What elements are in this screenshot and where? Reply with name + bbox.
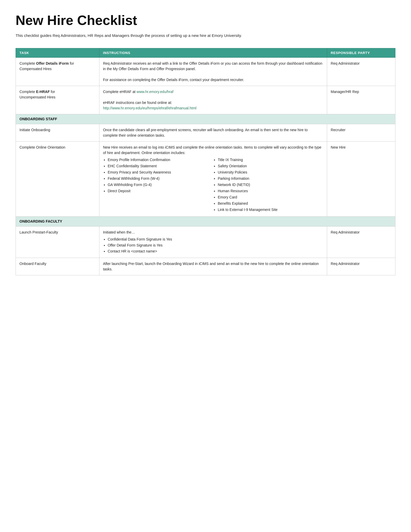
- table-row: Complete Online Orientation New Hire rec…: [16, 141, 395, 216]
- list-item: Parking Information: [218, 176, 323, 181]
- instructions-cell-ehraf: Complete eHRAF at www.hr.emory.edu/hraf …: [99, 86, 327, 114]
- table-row: Launch Prestart-Faculty Initiated when t…: [16, 226, 395, 258]
- responsible-cell-prestart: Req Administrator: [327, 226, 395, 258]
- responsible-cell-onboard-faculty: Req Administrator: [327, 258, 395, 275]
- task-cell: Complete Offer Details iForm forCompensa…: [16, 57, 99, 86]
- list-item: Confidential Data Form Signature is Yes: [108, 237, 323, 242]
- instructions-cell-orientation: New Hire receives an email to log into i…: [99, 141, 327, 216]
- section-row-onboarding-staff: ONBOARDING STAFF: [16, 114, 395, 124]
- responsible-cell: Req Administrator: [327, 57, 395, 86]
- list-item: Human Resources: [218, 188, 323, 194]
- orientation-bullets-left: Emory Profile Information Confirmation E…: [103, 157, 213, 213]
- section-row-onboarding-faculty: ONBOARDING FACULTY: [16, 216, 395, 226]
- list-item: Emory Profile Information Confirmation: [108, 157, 213, 163]
- instructions-cell: Req Administrator receives an email with…: [99, 57, 327, 86]
- ehraf-link1[interactable]: www.hr.emory.edu/hraf: [137, 90, 173, 94]
- header-instructions: INSTRUCTIONS: [99, 48, 327, 57]
- ehraf-line1: Complete eHRAF at www.hr.emory.edu/hraf: [103, 89, 323, 95]
- task-cell-initiate: Initiate Onboarding: [16, 124, 99, 141]
- task-cell-prestart: Launch Prestart-Faculty: [16, 226, 99, 258]
- list-item: Contact HR is <contact name>: [108, 249, 323, 254]
- list-item: Safety Orientation: [218, 163, 323, 169]
- responsible-cell-orientation: New Hire: [327, 141, 395, 216]
- list-item: Link to External I-9 Management Site: [218, 207, 323, 212]
- responsible-cell-initiate: Recruiter: [327, 124, 395, 141]
- list-item: GA Withholding Form (G-4): [108, 182, 213, 188]
- orientation-bullets-right: Title IX Training Safety Orientation Uni…: [213, 157, 323, 213]
- header-responsible: RESPONSIBLE PARTY: [327, 48, 395, 57]
- responsible-cell-ehraf: Manager/HR Rep: [327, 86, 395, 114]
- list-item: Emory Privacy and Security Awareness: [108, 170, 213, 175]
- list-item: Federal Withholding Form (W-4): [108, 176, 213, 181]
- list-item: Emory Card: [218, 195, 323, 200]
- instruction-para-2: For assistance on completing the Offer D…: [103, 77, 323, 83]
- task-cell-onboard-faculty: Onboard Faculty: [16, 258, 99, 275]
- list-item: Offer Detail Form Signature is Yes: [108, 243, 323, 248]
- list-item: EHC Confidentiality Statement: [108, 163, 213, 169]
- instructions-cell-initiate: Once the candidate clears all pre-employ…: [99, 124, 327, 141]
- orientation-intro: New Hire receives an email to log into i…: [103, 145, 323, 156]
- faculty-launch-bullets: Confidential Data Form Signature is Yes …: [103, 237, 323, 254]
- list-item: University Policies: [218, 170, 323, 175]
- list-item: Title IX Training: [218, 157, 323, 163]
- task-bold-ehraf: E-HRAF: [36, 90, 50, 94]
- instructions-cell-onboard-faculty: After launching Pre-Start, launch the On…: [99, 258, 327, 275]
- section-label: ONBOARDING STAFF: [16, 114, 395, 124]
- instruction-para-1: Req Administrator receives an email with…: [103, 61, 323, 72]
- ehraf-link2[interactable]: http://www.hr.emory.edu/eu/hrreps/ehraf/…: [103, 106, 197, 110]
- checklist-table: TASK INSTRUCTIONS RESPONSIBLE PARTY Comp…: [16, 48, 395, 275]
- table-row: Initiate Onboarding Once the candidate c…: [16, 124, 395, 141]
- ehraf-line2: eHRAF instructions can be found online a…: [103, 100, 323, 105]
- header-task: TASK: [16, 48, 99, 57]
- list-item: Network ID (NETID): [218, 182, 323, 188]
- list-item: Direct Deposit: [108, 188, 213, 194]
- section-label-faculty: ONBOARDING FACULTY: [16, 216, 395, 226]
- table-row: Complete E-HRAF forUncompensated Hires C…: [16, 86, 395, 114]
- task-cell: Complete E-HRAF forUncompensated Hires: [16, 86, 99, 114]
- table-row: Onboard Faculty After launching Pre-Star…: [16, 258, 395, 275]
- page-title: New Hire Checklist: [16, 12, 395, 28]
- instructions-cell-prestart: Initiated when the… Confidential Data Fo…: [99, 226, 327, 258]
- list-item: Benefits Explained: [218, 201, 323, 206]
- faculty-launch-intro: Initiated when the…: [103, 230, 323, 235]
- intro-text: This checklist guides Req Administrators…: [16, 33, 395, 39]
- orientation-bullets: Emory Profile Information Confirmation E…: [103, 157, 323, 213]
- ehraf-pre-text: Complete eHRAF at: [103, 90, 137, 94]
- task-bold: Offer Details iForm: [36, 61, 69, 65]
- task-cell-orientation: Complete Online Orientation: [16, 141, 99, 216]
- table-row: Complete Offer Details iForm forCompensa…: [16, 57, 395, 86]
